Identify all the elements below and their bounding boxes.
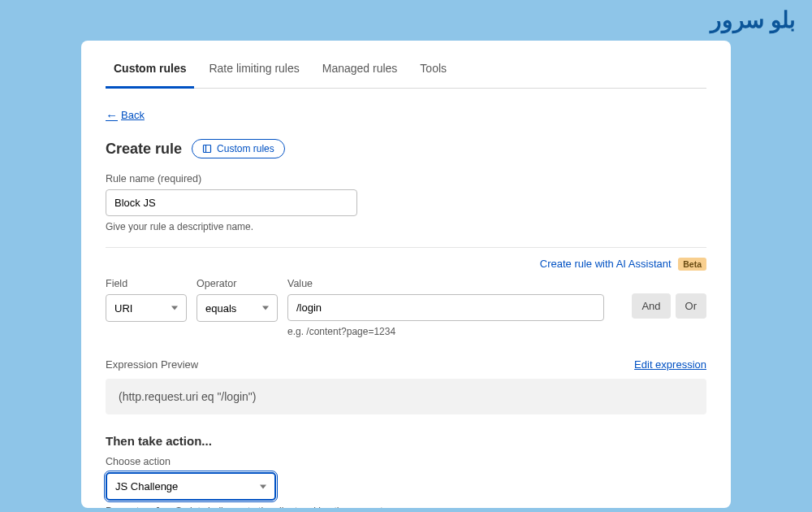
divider	[106, 247, 706, 248]
operator-select[interactable]: equals	[197, 294, 278, 322]
rule-name-helper: Give your rule a descriptive name.	[106, 221, 706, 232]
and-button[interactable]: And	[632, 293, 670, 319]
field-label: Field	[106, 278, 187, 289]
choose-action-label: Choose action	[106, 456, 706, 467]
main-panel: Custom rules Rate limiting rules Managed…	[81, 41, 731, 508]
value-input[interactable]	[287, 294, 604, 321]
expression-preview-box: (http.request.uri eq "/login")	[106, 379, 706, 414]
expression-preview-label: Expression Preview	[106, 358, 198, 371]
svg-rect-0	[204, 145, 211, 153]
value-example: e.g. /content?page=1234	[287, 326, 622, 337]
value-label: Value	[287, 278, 622, 289]
rule-name-label: Rule name (required)	[106, 173, 706, 184]
edit-expression-link[interactable]: Edit expression	[634, 358, 706, 371]
brand-logo-text: بلو سرور	[710, 7, 796, 33]
back-link[interactable]: ← Back	[106, 108, 145, 122]
action-section-title: Then take action...	[106, 434, 706, 448]
action-select-value: JS Challenge	[115, 480, 178, 492]
tab-custom-rules[interactable]: Custom rules	[106, 59, 194, 89]
back-label: Back	[121, 109, 145, 121]
action-helper: Presents a JavaScript challenge to the c…	[106, 505, 706, 508]
or-button[interactable]: Or	[676, 293, 706, 319]
tab-rate-limiting[interactable]: Rate limiting rules	[201, 59, 307, 88]
book-icon	[202, 144, 212, 154]
tabs-bar: Custom rules Rate limiting rules Managed…	[106, 59, 706, 89]
tab-tools[interactable]: Tools	[412, 59, 455, 88]
rule-name-input[interactable]	[106, 189, 357, 216]
field-select[interactable]: URI	[106, 294, 187, 322]
arrow-left-icon: ←	[106, 108, 118, 122]
pill-label: Custom rules	[217, 143, 274, 154]
field-select-value: URI	[114, 302, 132, 315]
beta-badge: Beta	[678, 258, 706, 271]
operator-label: Operator	[197, 278, 278, 289]
custom-rules-pill[interactable]: Custom rules	[192, 139, 285, 158]
ai-assistant-link[interactable]: Create rule with AI Assistant	[540, 258, 672, 270]
tab-managed-rules[interactable]: Managed rules	[314, 59, 406, 88]
action-select[interactable]: JS Challenge	[106, 472, 276, 501]
page-title: Create rule	[106, 141, 182, 158]
operator-select-value: equals	[205, 302, 236, 315]
